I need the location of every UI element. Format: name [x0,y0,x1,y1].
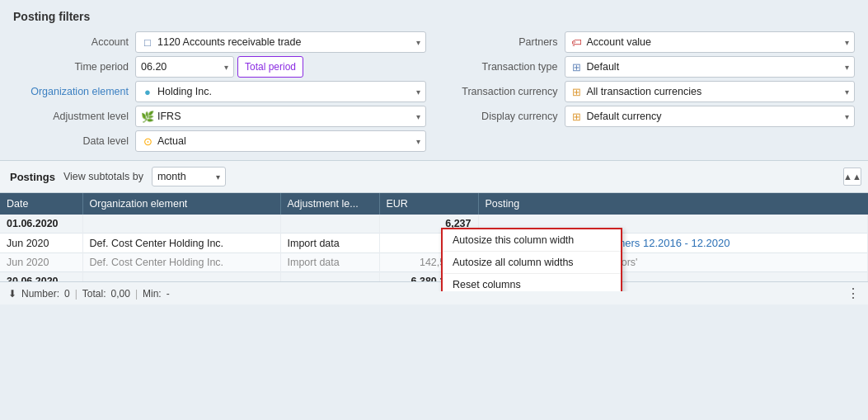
bottom-menu-icon[interactable]: ⋮ [847,286,860,301]
account-select[interactable]: □ 1120 Accounts receivable trade ▾ [135,31,426,53]
partners-select[interactable]: 🏷 Account value ▾ [565,31,856,53]
view-subtotals-label: View subtotals by [63,171,143,182]
data-level-icon: ⊙ [141,134,154,148]
cell-adjustment [280,215,379,234]
account-arrow-icon: ▾ [416,38,420,47]
table-row: Jun 2020 Def. Cost Center Holding Inc. I… [0,234,868,253]
time-period-value: 06.20 [141,61,221,73]
display-currency-arrow-icon: ▾ [845,112,849,121]
month-value: month [157,171,216,182]
org-element-arrow-icon: ▾ [416,87,420,97]
collapse-button[interactable]: ▲▲ [843,168,861,186]
bottom-bar: ⬇ Number: 0 | Total: 0,00 | Min: - ⋮ [0,281,868,304]
data-level-arrow-icon: ▾ [416,137,420,146]
filters-grid: Account □ 1120 Accounts receivable trade… [13,31,855,152]
table-row: 01.06.2020 6,237 [0,215,868,234]
col-posting: Posting [478,193,868,215]
time-period-select[interactable]: 06.20 ▾ [135,56,234,78]
partners-row: Partners 🏷 Account value ▾ [443,31,856,53]
partners-arrow-icon: ▾ [845,38,849,47]
posting-filters-panel: Posting filters Account □ 1120 Accounts … [0,0,868,160]
adjustment-level-icon: 🌿 [141,110,154,123]
postings-section: Postings View subtotals by month ▾ ▲▲ Da… [0,160,868,304]
org-element-label: Organization element [13,86,129,97]
data-level-select[interactable]: ⊙ Actual ▾ [135,130,426,152]
adjustment-level-select[interactable]: 🌿 IFRS ▾ [135,106,426,127]
adjustment-level-arrow-icon: ▾ [416,112,420,121]
display-currency-label: Display currency [443,111,558,122]
time-period-arrow-icon: ▾ [224,63,228,72]
month-select[interactable]: month ▾ [152,167,226,186]
col-date: Date [0,193,82,215]
number-value: 0 [64,288,70,300]
transaction-type-row: Transaction type ⊞ Default ▾ [443,56,856,78]
cell-adjustment: Import data [280,253,379,272]
account-value: 1120 Accounts receivable trade [157,36,413,48]
context-menu-item-reset-columns[interactable]: Reset columns [443,274,621,291]
transaction-currency-icon: ⊞ [570,85,584,98]
postings-table: Date Organization element Adjustment le.… [0,193,868,291]
col-eur: EUR [379,193,478,215]
transaction-currency-value: All transaction currencies [587,86,842,97]
time-period-label: Time period [13,61,129,73]
min-value: - [167,288,170,300]
cell-org: Def. Cost Center Holding Inc. [82,253,280,272]
cell-adjustment: Import data [280,234,379,253]
context-menu-item-autosize-all[interactable]: Autosize all column widths [443,252,621,274]
transaction-currency-select[interactable]: ⊞ All transaction currencies ▾ [565,81,856,102]
right-filters: Partners 🏷 Account value ▾ Transaction t… [443,31,856,152]
transaction-currency-arrow-icon: ▾ [845,87,849,97]
transaction-currency-label: Transaction currency [443,86,558,97]
month-arrow-icon: ▾ [216,172,220,182]
down-icon: ⬇ [8,288,16,300]
transaction-currency-row: Transaction currency ⊞ All transaction c… [443,81,856,102]
context-menu: Autosize this column width Autosize all … [441,228,622,291]
adjustment-level-label: Adjustment level [13,111,129,122]
panel-title: Posting filters [13,10,855,23]
data-level-label: Data level [13,135,129,147]
data-level-row: Data level ⊙ Actual ▾ [13,130,426,152]
left-filters: Account □ 1120 Accounts receivable trade… [13,31,426,152]
time-period-controls: 06.20 ▾ Total period [135,56,303,78]
org-element-value: Holding Inc. [157,86,413,97]
time-period-row: Time period 06.20 ▾ Total period [13,56,426,78]
display-currency-row: Display currency ⊞ Default currency ▾ [443,106,856,127]
account-row: Account □ 1120 Accounts receivable trade… [13,31,426,53]
adjustment-level-row: Adjustment level 🌿 IFRS ▾ [13,106,426,127]
account-icon: □ [141,35,154,49]
total-value: 0,00 [111,288,130,300]
org-element-select[interactable]: ● Holding Inc. ▾ [135,81,426,102]
partners-label: Partners [443,36,558,48]
display-currency-value: Default currency [587,111,842,122]
org-element-row: Organization element ● Holding Inc. ▾ [13,81,426,102]
transaction-type-label: Transaction type [443,61,558,73]
postings-header: Postings View subtotals by month ▾ ▲▲ [0,161,868,193]
transaction-type-value: Default [587,61,842,73]
transaction-type-icon: ⊞ [570,60,584,73]
partners-icon: 🏷 [570,35,584,49]
context-menu-item-autosize-this[interactable]: Autosize this column width [443,229,621,252]
cell-date: Jun 2020 [0,253,82,272]
display-currency-icon: ⊞ [570,110,584,123]
col-adjustment-level: Adjustment le... [280,193,379,215]
cell-date: 01.06.2020 [0,215,82,234]
partners-value: Account value [587,36,842,48]
org-element-icon: ● [141,85,154,98]
transaction-type-select[interactable]: ⊞ Default ▾ [565,56,856,78]
display-currency-select[interactable]: ⊞ Default currency ▾ [565,106,856,127]
transaction-type-arrow-icon: ▾ [845,63,849,72]
table-row: Jun 2020 Def. Cost Center Holding Inc. I… [0,253,868,272]
cell-org [82,215,280,234]
cell-org: Def. Cost Center Holding Inc. [82,234,280,253]
col-org-element: Organization element [82,193,280,215]
postings-title: Postings [10,171,55,183]
cell-date: Jun 2020 [0,234,82,253]
data-level-value: Actual [157,135,413,147]
postings-table-container: Date Organization element Adjustment le.… [0,193,868,291]
account-label: Account [13,36,129,48]
total-period-button[interactable]: Total period [237,56,303,78]
separator-2: | [135,288,138,300]
separator-1: | [75,288,77,300]
number-label: Number: [21,288,59,300]
adjustment-level-value: IFRS [157,111,413,122]
